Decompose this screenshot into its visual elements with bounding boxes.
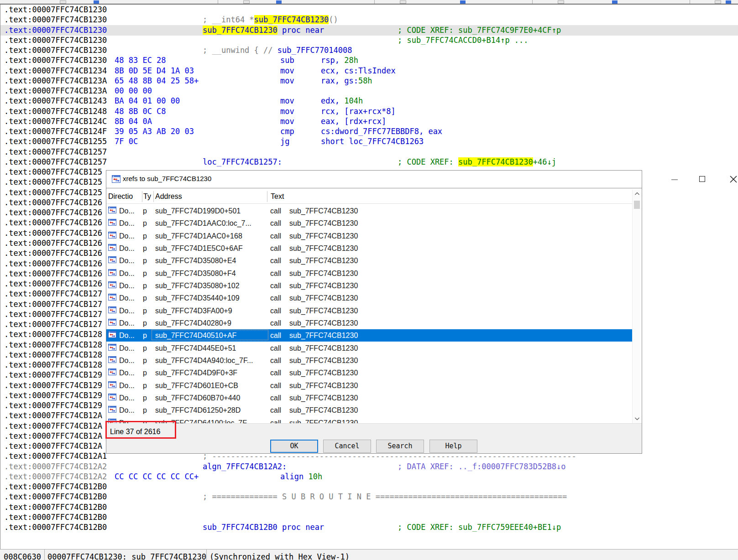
disasm-line[interactable]: .text:00007FFC74CB123048 83 EC 28subrsp,… <box>0 55 738 66</box>
xref-row[interactable]: Do...psub_7FFC74D35080+E4callsub_7FFC74C… <box>106 254 632 267</box>
xref-icon <box>108 317 116 329</box>
disasm-line[interactable]: .text:00007FFC74CB12348B 0D 5E D4 1A 03m… <box>0 66 738 76</box>
xref-row[interactable]: Do...psub_7FFC74D35080+F4callsub_7FFC74C… <box>106 267 632 280</box>
xref-row[interactable]: Do...psub_7FFC74D1AAC0+168callsub_7FFC74… <box>106 230 632 242</box>
xref-row[interactable]: Do...psub_7FFC74D445E0+51callsub_7FFC74C… <box>106 342 632 354</box>
scrollbar-thumb[interactable] <box>634 201 640 209</box>
disasm-line[interactable]: .text:00007FFC74CB1257 <box>0 147 738 157</box>
disasm-line[interactable]: .text:00007FFC74CB124F39 05 A3 AB 20 03c… <box>0 126 738 137</box>
scroll-down-arrow-icon[interactable] <box>634 417 640 420</box>
disasm-line[interactable]: .text:00007FFC74CB12557F 0Cjgshort loc_7… <box>0 136 738 147</box>
tab-stub[interactable] <box>243 0 250 4</box>
disasm-line[interactable]: .text:00007FFC74CB1257loc_7FFC74CB1257:;… <box>0 157 738 167</box>
xref-row[interactable]: Do...psub_7FFC74D3FA00+9callsub_7FFC74CB… <box>106 305 632 317</box>
column-separator[interactable] <box>267 191 267 202</box>
disasm-line[interactable]: .text:00007FFC74CB1230; __int64 *sub_7FF… <box>0 15 738 25</box>
column-separator[interactable] <box>153 191 154 202</box>
xref-row[interactable]: Do...psub_7FFC74D199D0+501callsub_7FFC74… <box>106 205 632 217</box>
vertical-scrollbar[interactable] <box>632 189 641 423</box>
xref-row[interactable]: Do...psub_7FFC74D35080+102callsub_7FFC74… <box>106 280 632 292</box>
disasm-bytes: 00 00 00 <box>115 86 152 96</box>
close-button[interactable] <box>727 173 738 185</box>
tab-stub[interactable] <box>558 0 564 4</box>
disasm-line[interactable]: .text:00007FFC74CB12B0 <box>0 512 738 523</box>
tab-icon[interactable] <box>612 0 618 4</box>
disasm-line[interactable]: .text:00007FFC74CB1243BA 04 01 00 00move… <box>0 96 738 106</box>
disasm-address: .text:00007FFC74CB12A <box>4 441 102 451</box>
scroll-up-arrow-icon[interactable] <box>634 192 640 196</box>
column-header-ty[interactable]: Ty <box>143 189 151 204</box>
highlighted-name: sub_7FFC74CB1230 <box>254 15 329 24</box>
xref-icon <box>108 329 116 342</box>
minimize-button[interactable] <box>668 173 681 185</box>
disasm-line[interactable]: .text:00007FFC74CB124848 8B 0C C8movrcx,… <box>0 106 738 117</box>
tab-stub[interactable] <box>60 0 66 4</box>
xref-row[interactable]: Do...psub_7FFC74D601E0+CBcallsub_7FFC74C… <box>106 379 632 392</box>
column-separator[interactable] <box>142 191 142 202</box>
disasm-line[interactable]: .text:00007FFC74CB12B0; ============== S… <box>0 492 738 502</box>
tab-icon[interactable] <box>460 0 466 4</box>
search-button[interactable]: Search <box>376 440 424 453</box>
disasm-mn: jg <box>280 136 289 147</box>
disasm-line[interactable]: .text:00007FFC74CB1230; sub_7FFC74CACCD0… <box>0 35 738 46</box>
disasm-address: .text:00007FFC74CB1230 <box>4 35 107 46</box>
disasm-line[interactable]: .text:00007FFC74CB1230; __unwind { // su… <box>0 45 738 56</box>
tab-stub[interactable] <box>715 0 721 4</box>
disasm-address: .text:00007FFC74CB12B0 <box>4 482 107 492</box>
disasm-line[interactable]: .text:00007FFC74CB12A2algn_7FFC74CB12A2:… <box>0 461 738 472</box>
maximize-button[interactable] <box>696 173 709 185</box>
column-header-address[interactable]: Address <box>155 189 182 204</box>
disasm-bytes: 65 48 8B 04 25 58+ <box>115 76 199 86</box>
ok-button[interactable]: OK <box>270 440 318 453</box>
cancel-button[interactable]: Cancel <box>323 440 371 453</box>
xref-row[interactable]: Do...psub_7FFC74D60B70+440callsub_7FFC74… <box>106 392 632 404</box>
disasm-line[interactable]: .text:00007FFC74CB123A00 00 00 <box>0 86 738 96</box>
dialog-titlebar[interactable]: xrefs to sub_7FFC74CB1230 <box>106 171 642 188</box>
xref-row[interactable]: Do...psub_7FFC74D4D9F0+3Fcallsub_7FFC74C… <box>106 367 632 379</box>
tab-separator <box>690 0 690 4</box>
disasm-line[interactable]: .text:00007FFC74CB12A2CC CC CC CC CC CC+… <box>0 472 738 482</box>
xref-text-target: sub_7FFC74CB1230 <box>289 417 358 423</box>
tab-icon[interactable] <box>726 0 731 4</box>
tab-icon[interactable] <box>94 0 99 4</box>
xref-text-target: sub_7FFC74CB1230 <box>289 305 358 317</box>
xref-type-cell: p <box>143 267 147 280</box>
xref-row[interactable]: Do...psub_7FFC74D40510+AFcallsub_7FFC74C… <box>106 329 632 342</box>
disasm-mn: mov <box>280 66 294 76</box>
xref-text-mnemonic: call <box>270 417 281 423</box>
disasm-line[interactable]: .text:00007FFC74CB1230 <box>0 5 738 15</box>
disasm-line[interactable]: .text:00007FFC74CB123A65 48 8B 04 25 58+… <box>0 76 738 86</box>
xref-address-cell: sub_7FFC74D35440+109 <box>155 292 240 304</box>
disasm-line[interactable]: .text:00007FFC74CB12B0sub_7FFC74CB12B0 p… <box>0 522 738 533</box>
disasm-text-run: ; __unwind { // <box>203 46 277 55</box>
xref-row[interactable]: Do...psub_7FFC74D1AAC0:loc_7...callsub_7… <box>106 217 632 229</box>
xref-text-mnemonic: call <box>270 267 281 280</box>
disasm-line[interactable]: .text:00007FFC74CB124C8B 04 0Amoveax, [r… <box>0 116 738 127</box>
disasm-address: .text:00007FFC74CB128 <box>4 329 102 340</box>
xref-row[interactable]: Do...psub_7FFC74D40280+9callsub_7FFC74CB… <box>106 317 632 329</box>
disasm-line[interactable]: .text:00007FFC74CB1230sub_7FFC74CB1230 p… <box>0 25 738 36</box>
xref-row[interactable]: Do...psub_7FFC74D61250+28Dcallsub_7FFC74… <box>106 404 632 416</box>
xref-address-cell: sub_7FFC74D61250+28D <box>155 404 241 416</box>
xref-row[interactable]: Do...psub_7FFC74D64100:loc_7F...callsub_… <box>106 417 632 423</box>
tab-separator <box>532 0 533 4</box>
disasm-mn: mov <box>280 96 294 106</box>
xref-type-cell: p <box>143 242 147 254</box>
xref-row[interactable]: Do...psub_7FFC74D1E5C0+6AFcallsub_7FFC74… <box>106 242 632 254</box>
disasm-line[interactable]: .text:00007FFC74CB12B0 <box>0 482 738 492</box>
tab-icon[interactable] <box>276 0 282 4</box>
xref-direction-cell: Do... <box>119 317 135 329</box>
disasm-text-run: short loc_7FFC74CB1263 <box>321 137 424 146</box>
xrefs-dialog: xrefs to sub_7FFC74CB1230 DirectioTyAddr… <box>106 170 642 454</box>
annotation-rectangle <box>105 421 176 439</box>
disasm-address: .text:00007FFC74CB126 <box>4 248 102 259</box>
xref-row[interactable]: Do...psub_7FFC74D35440+109callsub_7FFC74… <box>106 292 632 304</box>
column-header-text[interactable]: Text <box>271 189 284 204</box>
disasm-text-run: loc_7FFC74CB1257: <box>203 157 282 166</box>
disasm-cmt: ; CODE XREF: sub_7FFC759EEE40+BE1↓p <box>398 522 561 533</box>
xref-row[interactable]: Do...psub_7FFC74D4A940:loc_7F...callsub_… <box>106 354 632 367</box>
disasm-line[interactable]: .text:00007FFC74CB12B0 <box>0 502 738 513</box>
column-header-directio[interactable]: Directio <box>108 189 133 204</box>
help-button[interactable]: Help <box>429 440 477 453</box>
tab-stub[interactable] <box>400 0 406 4</box>
